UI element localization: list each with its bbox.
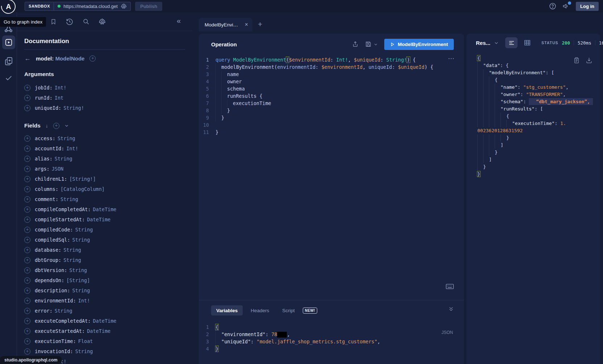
add-field-icon[interactable]: + xyxy=(24,85,30,91)
field-type[interactable]: Int! xyxy=(66,146,78,151)
add-field-icon[interactable]: + xyxy=(24,146,30,152)
code-line[interactable]: "executionTime": 1. xyxy=(477,120,600,127)
tab-variables[interactable]: Variables xyxy=(211,305,243,315)
search-icon[interactable] xyxy=(83,18,89,25)
doc-field-row[interactable]: +compileStartedAt:DateTime xyxy=(24,214,185,225)
add-field-icon[interactable]: + xyxy=(24,257,30,263)
field-type[interactable]: Int! xyxy=(78,298,90,304)
field-type[interactable]: [CatalogColumn] xyxy=(60,186,105,192)
field-name[interactable]: uniqueId: xyxy=(35,105,61,111)
field-name[interactable]: compiledSql: xyxy=(35,237,70,243)
save-icon[interactable] xyxy=(365,41,378,47)
add-field-icon[interactable]: + xyxy=(24,186,30,192)
add-field-icon[interactable]: + xyxy=(24,267,30,273)
field-name[interactable]: compileStartedAt: xyxy=(35,217,85,222)
doc-field-row[interactable]: +invocationId:String xyxy=(24,346,185,356)
add-field-icon[interactable]: + xyxy=(24,318,30,324)
tab-headers[interactable]: Headers xyxy=(246,305,274,315)
add-field-icon[interactable]: + xyxy=(24,227,30,233)
code-line[interactable]: ] xyxy=(477,156,600,163)
code-line[interactable]: "owner": "TRANSFORMER", xyxy=(477,91,600,98)
fields-chevron-down-icon[interactable] xyxy=(64,124,69,128)
add-field-icon[interactable]: + xyxy=(24,338,30,344)
code-line[interactable]: } xyxy=(477,163,600,171)
field-type[interactable]: String xyxy=(69,267,87,273)
add-field-icon[interactable]: + xyxy=(24,217,30,223)
add-field-icon[interactable]: + xyxy=(24,277,30,284)
field-type[interactable]: DateTime xyxy=(87,217,110,222)
field-name[interactable]: alias: xyxy=(35,156,53,162)
field-type[interactable]: Float xyxy=(78,338,93,344)
field-name[interactable]: executionTime: xyxy=(35,338,76,344)
field-name[interactable]: runId: xyxy=(35,95,53,101)
doc-field-row[interactable]: +comment:String xyxy=(24,194,185,204)
code-line[interactable]: } xyxy=(477,134,600,142)
doc-field-row[interactable]: +alias:String xyxy=(24,154,185,164)
field-name[interactable]: dbtGroup: xyxy=(35,257,61,263)
doc-field-row[interactable]: +executionTime:Float xyxy=(24,336,185,346)
add-field-icon[interactable]: + xyxy=(24,206,30,213)
variables-editor[interactable]: 1{2"environmentId": 78 ,3"uniqueId": "mo… xyxy=(199,315,464,352)
operation-editor[interactable]: 1query ModelByEnvironment($environmentId… xyxy=(199,55,464,136)
add-all-fields-icon[interactable]: + xyxy=(89,55,96,62)
collapse-variables-icon[interactable] xyxy=(448,306,454,312)
field-name[interactable]: dependsOn: xyxy=(35,277,64,283)
field-name[interactable]: error: xyxy=(35,308,53,314)
field-name[interactable]: executeCompletedAt: xyxy=(35,318,91,324)
code-line[interactable]: 10 xyxy=(199,121,464,129)
field-name[interactable]: environmentId: xyxy=(35,298,76,304)
code-line[interactable]: 0023620128631592 xyxy=(477,127,600,134)
add-field-icon[interactable]: + xyxy=(24,298,30,304)
keyboard-shortcuts-icon[interactable] xyxy=(446,284,454,289)
endpoint-url-segment[interactable]: https://metadata.cloud.get xyxy=(54,2,131,11)
code-line[interactable]: 2"environmentId": 78 , xyxy=(199,331,464,338)
field-breadcrumb-type[interactable]: ModelNode xyxy=(55,55,85,62)
field-type[interactable]: [String] xyxy=(66,277,90,283)
back-arrow-icon[interactable]: ← xyxy=(24,55,31,62)
add-fields-icon[interactable]: + xyxy=(53,123,59,129)
field-type[interactable]: String xyxy=(72,237,90,243)
add-field-icon[interactable]: + xyxy=(24,328,30,334)
code-line[interactable]: 6runResults { xyxy=(199,92,464,100)
history-icon[interactable] xyxy=(66,18,73,25)
tab-script[interactable]: Script xyxy=(277,305,300,315)
doc-field-row[interactable]: +compiledSql:String xyxy=(24,235,185,245)
add-field-icon[interactable]: + xyxy=(24,308,30,314)
field-name[interactable]: invocationId: xyxy=(35,348,73,354)
code-line[interactable]: "schema": “dbt_mary_jackson”, xyxy=(477,98,600,105)
doc-field-row[interactable]: +dependsOn:[String] xyxy=(24,275,185,285)
code-line[interactable]: } xyxy=(477,171,600,178)
add-field-icon[interactable]: + xyxy=(24,348,30,355)
field-name[interactable]: executeStartedAt: xyxy=(35,328,85,334)
field-type[interactable]: Int! xyxy=(55,85,67,91)
code-line[interactable]: 4owner xyxy=(199,78,464,85)
field-type[interactable]: String xyxy=(75,348,93,354)
field-name[interactable]: database: xyxy=(35,247,61,253)
field-type[interactable]: String xyxy=(63,257,81,263)
settings-gear-icon[interactable] xyxy=(99,18,106,25)
doc-field-row[interactable]: +compileCompletedAt:DateTime xyxy=(24,204,185,214)
field-type[interactable]: String xyxy=(58,135,75,141)
code-line[interactable]: "runResults": [ xyxy=(477,105,600,113)
login-button[interactable]: Log in xyxy=(576,2,599,11)
explorer-nav-item[interactable] xyxy=(2,35,15,49)
raw-view-icon[interactable] xyxy=(505,37,518,48)
doc-field-row[interactable]: +executeStartedAt:DateTime xyxy=(24,326,185,336)
field-type[interactable]: String xyxy=(55,308,72,314)
code-line[interactable]: 3name xyxy=(199,71,464,78)
add-field-icon[interactable]: + xyxy=(24,135,30,142)
code-line[interactable]: } xyxy=(477,149,600,156)
publish-button[interactable]: Publish xyxy=(135,2,162,11)
checks-icon[interactable] xyxy=(4,74,13,82)
doc-field-row[interactable]: +accountId:Int! xyxy=(24,143,185,154)
response-json-view[interactable]: {"data": {"modelByEnvironment": [{"name"… xyxy=(477,55,600,178)
doc-field-row[interactable]: +childrenL1:[String!] xyxy=(24,174,185,184)
field-type[interactable]: String xyxy=(63,247,81,253)
add-field-icon[interactable]: + xyxy=(24,95,30,101)
doc-field-row[interactable]: +uniqueId:String! xyxy=(24,103,185,113)
code-line[interactable]: 8} xyxy=(199,107,464,114)
help-icon[interactable] xyxy=(549,3,556,10)
editor-more-options-icon[interactable]: ⋯ xyxy=(448,55,455,62)
field-name[interactable]: compileCompletedAt: xyxy=(35,206,91,212)
sort-fields-icon[interactable]: ↓ xyxy=(46,123,48,129)
